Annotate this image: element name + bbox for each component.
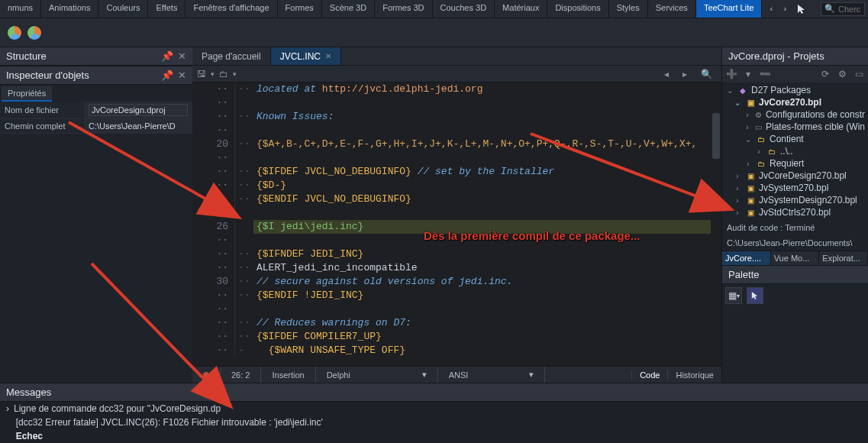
twisty-icon[interactable]: › bbox=[754, 147, 763, 156]
project-tree-item[interactable]: ⌄◆D27 Packages bbox=[722, 84, 868, 96]
code-line[interactable]: 26{$I jedi\jedi.inc} bbox=[192, 220, 721, 234]
twisty-icon[interactable]: › bbox=[733, 196, 742, 205]
menu-tab-nmuns[interactable]: nmuns bbox=[0, 0, 41, 18]
project-tree-item[interactable]: ›▣JvStdCtrls270.bpl bbox=[722, 206, 868, 218]
menu-tab-formes[interactable]: Formes bbox=[278, 0, 322, 18]
code-line[interactable]: ····{$ENDIF !JEDI_INC} bbox=[192, 289, 721, 302]
search-box[interactable]: 🔍 bbox=[821, 2, 865, 16]
sync-icon[interactable]: ⟳ bbox=[819, 68, 831, 80]
twisty-icon[interactable]: › bbox=[733, 209, 742, 217]
project-subtab[interactable]: Explorat... bbox=[819, 251, 868, 265]
project-tree-item[interactable]: ›🗀Requiert bbox=[722, 157, 868, 170]
code-src[interactable]: // secure against old versions of jedi.i… bbox=[253, 275, 721, 289]
project-tree-item[interactable]: ›▣JvCoreDesign270.bpl bbox=[722, 170, 868, 182]
tab-next-button[interactable]: › bbox=[779, 3, 791, 15]
menu-tab-fen-tres-d-affichage[interactable]: Fenêtres d'affichage bbox=[186, 0, 277, 18]
message-row[interactable]: [dcc32 Erreur fatale] JVCL.INC(26): F102… bbox=[0, 416, 868, 429]
project-tree-item[interactable]: ›▭Plates-formes cible (Win bbox=[722, 121, 868, 133]
code-src[interactable] bbox=[253, 302, 721, 316]
collapse-icon[interactable]: ▭ bbox=[853, 68, 865, 80]
code-line[interactable]: ····located at http://jvcl.delphi-jedi.o… bbox=[192, 82, 721, 96]
chevron-down-icon[interactable]: ▾ bbox=[742, 68, 754, 80]
code-src[interactable] bbox=[253, 96, 721, 110]
view-tab-history[interactable]: Historique bbox=[667, 370, 721, 380]
code-src[interactable]: located at http://jvcl.delphi-jedi.org bbox=[253, 82, 721, 96]
code-src[interactable]: {$IFDEF JVCL_NO_DEBUGINFO} // set by the… bbox=[253, 165, 721, 179]
pin-icon[interactable]: 📌 bbox=[161, 50, 173, 62]
code-line[interactable]: ·· bbox=[192, 302, 721, 316]
close-icon[interactable]: ✕ bbox=[178, 70, 186, 81]
code-src[interactable]: {$A+,B-,C+,D+,E-,F-,G+,H+,I+,J+,K-,L+,M-… bbox=[253, 137, 721, 151]
menu-tab-animations[interactable]: Animations bbox=[41, 0, 98, 18]
insert-mode[interactable]: Insertion bbox=[261, 367, 315, 383]
chevron-down-icon[interactable]: ▾ bbox=[233, 70, 237, 78]
code-line[interactable]: ····{$IFNDEF JEDI_INC} bbox=[192, 247, 721, 261]
code-src[interactable]: {$IFDEF COMPILER7_UP} bbox=[253, 330, 721, 344]
options-icon[interactable]: ⚙ bbox=[836, 68, 848, 80]
folder-icon[interactable]: 🗀 bbox=[219, 69, 228, 79]
code-line[interactable]: 30··// secure against old versions of je… bbox=[192, 275, 721, 289]
message-row[interactable]: Echec bbox=[0, 429, 868, 443]
twisty-icon[interactable]: ⌄ bbox=[733, 99, 742, 107]
code-line[interactable]: ····{$IFDEF JVCL_NO_DEBUGINFO} // set by… bbox=[192, 165, 721, 179]
encoding-cell[interactable]: ANSI▾ bbox=[438, 367, 545, 383]
project-tree-item[interactable]: ›🗀..\.. bbox=[722, 145, 868, 157]
code-line[interactable]: ·· bbox=[192, 206, 721, 220]
code-line[interactable]: ·· bbox=[192, 124, 721, 137]
code-editor[interactable]: ····located at http://jvcl.delphi-jedi.o… bbox=[192, 82, 721, 366]
twisty-icon[interactable]: › bbox=[733, 184, 742, 192]
palette-pointer-button[interactable] bbox=[747, 287, 763, 304]
code-src[interactable]: {$WARN UNSAFE_TYPE OFF} bbox=[253, 344, 721, 357]
code-line[interactable]: ·· bbox=[192, 151, 721, 165]
twisty-icon[interactable]: › bbox=[744, 123, 751, 131]
tab-prev-button[interactable]: ‹ bbox=[765, 3, 777, 15]
code-src[interactable]: {$ENDIF !JEDI_INC} bbox=[253, 289, 721, 302]
tab-properties[interactable]: Propriétés bbox=[2, 86, 52, 102]
remove-icon[interactable]: ➖ bbox=[759, 68, 771, 80]
menu-tab-styles[interactable]: Styles bbox=[609, 0, 648, 18]
code-src[interactable] bbox=[253, 124, 721, 137]
code-src[interactable]: ALERT_jedi_inc_incompatible bbox=[253, 261, 721, 275]
menu-tab-formes-3d[interactable]: Formes 3D bbox=[375, 0, 432, 18]
code-src[interactable] bbox=[253, 206, 721, 220]
code-line[interactable]: ····{$ENDIF JVCL_NO_DEBUGINFO} bbox=[192, 192, 721, 206]
palette-category-button[interactable]: ▦▾ bbox=[725, 287, 742, 304]
menu-tab-dispositions[interactable]: Dispositions bbox=[547, 0, 608, 18]
expand-icon[interactable]: › bbox=[6, 403, 9, 414]
code-src[interactable] bbox=[253, 234, 721, 247]
add-icon[interactable]: ➕ bbox=[725, 68, 737, 80]
pointer-tool-button[interactable] bbox=[794, 0, 809, 18]
code-src[interactable] bbox=[253, 151, 721, 165]
code-line[interactable]: ····{$D-} bbox=[192, 179, 721, 192]
menu-tab-services[interactable]: Services bbox=[648, 0, 696, 18]
code-src[interactable]: {$I jedi\jedi.inc} bbox=[253, 220, 721, 234]
project-subtab[interactable]: Vue Mo... bbox=[771, 251, 820, 265]
twisty-icon[interactable]: ⌄ bbox=[725, 86, 734, 95]
search-input[interactable] bbox=[838, 5, 861, 14]
project-tree[interactable]: ⌄◆D27 Packages⌄▣JvCore270.bpl›⚙Configura… bbox=[722, 82, 868, 220]
code-line[interactable]: ····{$IFDEF COMPILER7_UP} bbox=[192, 330, 721, 344]
project-tree-item[interactable]: ⌄🗀Contient bbox=[722, 133, 868, 145]
twisty-icon[interactable]: › bbox=[744, 111, 751, 119]
nav-fwd-button[interactable]: ▸ bbox=[678, 69, 692, 79]
menu-tab-sc-ne-3d[interactable]: Scène 3D bbox=[322, 0, 375, 18]
code-line[interactable]: 20··{$A+,B-,C+,D+,E-,F-,G+,H+,I+,J+,K-,L… bbox=[192, 137, 721, 151]
editor-tab[interactable]: JVCL.INC✕ bbox=[271, 47, 341, 65]
project-subtab[interactable]: JvCore.... bbox=[722, 251, 771, 265]
twisty-icon[interactable]: › bbox=[733, 172, 742, 180]
view-tab-code[interactable]: Code bbox=[631, 370, 667, 380]
save-icon[interactable]: 🖫 bbox=[197, 69, 206, 79]
code-src[interactable]: Known Issues: bbox=[253, 110, 721, 124]
project-tree-item[interactable]: ›⚙Configurations de constr bbox=[722, 108, 868, 121]
code-line[interactable]: ·· bbox=[192, 96, 721, 110]
code-line[interactable]: ····ALERT_jedi_inc_incompatible bbox=[192, 261, 721, 275]
code-src[interactable]: {$D-} bbox=[253, 179, 721, 192]
scrollbar-thumb[interactable] bbox=[712, 113, 720, 159]
editor-tab[interactable]: Page d'accueil bbox=[192, 47, 271, 65]
code-src[interactable]: {$ENDIF JVCL_NO_DEBUGINFO} bbox=[253, 192, 721, 206]
twisty-icon[interactable]: ⌄ bbox=[744, 135, 753, 144]
nav-back-button[interactable]: ◂ bbox=[660, 69, 673, 79]
editor-scrollbar[interactable] bbox=[711, 82, 721, 366]
code-line[interactable]: ··- {$WARN UNSAFE_TYPE OFF} bbox=[192, 344, 721, 357]
code-line[interactable]: ····Known Issues: bbox=[192, 110, 721, 124]
